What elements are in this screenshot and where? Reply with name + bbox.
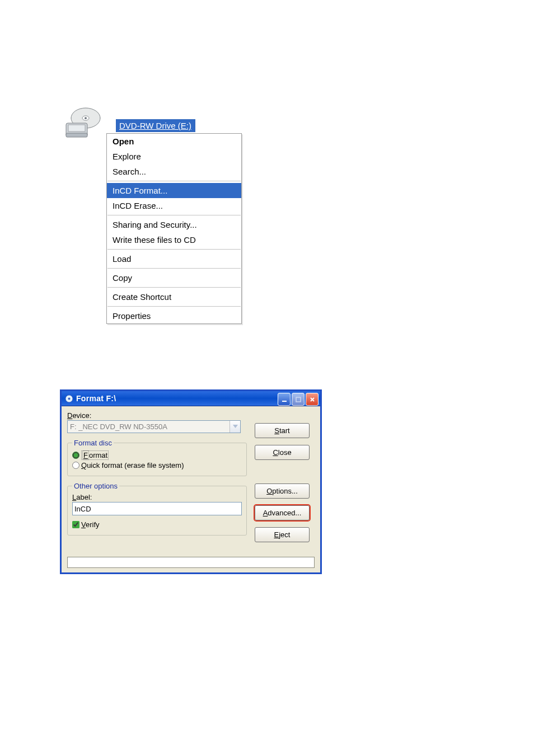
svg-rect-6 [68, 125, 85, 132]
device-label: Device: [67, 411, 247, 420]
ctx-separator [107, 287, 241, 288]
format-disc-group: Format disc Format Quick format (erase f… [67, 439, 247, 476]
ctx-separator [107, 181, 241, 181]
other-options-group: Other options Label: Verify [67, 482, 247, 536]
ctx-shortcut[interactable]: Create Shortcut [107, 289, 241, 304]
svg-rect-10 [296, 397, 301, 402]
radio-format[interactable] [72, 452, 79, 459]
app-disc-icon [65, 395, 73, 403]
ctx-open[interactable]: Open [107, 134, 241, 149]
radio-quick-label: Quick format (erase file system) [81, 461, 184, 469]
verify-checkbox[interactable] [72, 521, 79, 528]
device-combo[interactable]: F: _NEC DVD_RW ND-3550A [67, 420, 241, 433]
verify-label: Verify [81, 520, 100, 529]
close-dialog-button[interactable]: Close [255, 445, 310, 460]
dialog-title: Format F:\ [76, 394, 116, 403]
svg-point-3 [85, 118, 87, 119]
ctx-separator [107, 306, 241, 307]
disc-drive-icon [64, 107, 106, 139]
radio-quick-format[interactable] [72, 462, 79, 469]
ctx-separator [107, 268, 241, 269]
progress-bar [67, 557, 315, 568]
format-dialog: Format F:\ Device: [60, 389, 322, 574]
format-disc-legend: Format disc [72, 439, 114, 447]
ctx-separator [107, 215, 241, 215]
drive-title[interactable]: DVD-RW Drive (E:) [116, 119, 195, 132]
ctx-write-cd[interactable]: Write these files to CD [107, 232, 241, 247]
svg-rect-9 [282, 401, 287, 402]
close-button[interactable] [306, 393, 318, 406]
advanced-button[interactable]: Advanced... [255, 505, 310, 520]
ctx-incd-erase[interactable]: InCD Erase... [107, 198, 241, 213]
combo-dropdown-button[interactable] [229, 421, 240, 433]
eject-button[interactable]: Eject [255, 527, 310, 542]
other-options-legend: Other options [72, 482, 119, 490]
label-input[interactable] [72, 502, 242, 515]
ctx-copy[interactable]: Copy [107, 270, 241, 285]
dialog-titlebar: Format F:\ [62, 391, 320, 406]
ctx-sharing[interactable]: Sharing and Security... [107, 217, 241, 232]
label-field-label: Label: [72, 493, 242, 501]
ctx-explore[interactable]: Explore [107, 149, 241, 164]
svg-rect-5 [66, 133, 87, 137]
options-button[interactable]: Options... [255, 483, 310, 499]
ctx-separator [107, 249, 241, 250]
ctx-load[interactable]: Load [107, 251, 241, 266]
context-menu: Open Explore Search... InCD Format... In… [106, 133, 242, 324]
svg-point-8 [68, 397, 71, 400]
maximize-button [292, 393, 305, 406]
ctx-search[interactable]: Search... [107, 164, 241, 179]
svg-marker-13 [233, 425, 238, 428]
ctx-properties[interactable]: Properties [107, 308, 241, 323]
start-button[interactable]: Start [255, 423, 310, 438]
ctx-incd-format[interactable]: InCD Format... [107, 183, 241, 198]
minimize-button[interactable] [278, 393, 291, 406]
device-value: F: _NEC DVD_RW ND-3550A [70, 422, 167, 431]
